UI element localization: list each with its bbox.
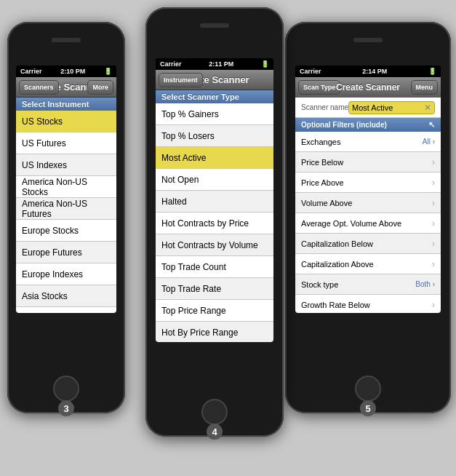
item-label: US Stocks (22, 116, 63, 127)
speaker-4 (200, 23, 229, 28)
item-label: US Indexes (22, 160, 67, 170)
phone-number-3: 3 (58, 400, 74, 416)
chevron-icon: › (432, 218, 435, 229)
scan-type-bar: Scan Type Create Scanner Menu (295, 77, 441, 98)
list-item[interactable]: US Futures (16, 132, 116, 154)
field-label: Average Opt. Volume Above (301, 219, 401, 228)
item-label: Europe Indexes (22, 269, 83, 279)
screen-3: Carrier 2:10 PM 🔋 Scanners Create Scanne… (16, 66, 116, 313)
field-label: Capitalization Below (301, 239, 373, 248)
nav-bar-3: Scanners Create Scanner More (16, 77, 116, 98)
phone-3: Carrier 2:10 PM 🔋 Scanners Create Scanne… (7, 22, 125, 413)
home-button-5[interactable] (355, 376, 381, 402)
item-label: Top % Losers (161, 131, 215, 141)
item-label: Most Active (161, 153, 206, 163)
list-item[interactable]: Top Trade Count (156, 256, 273, 278)
battery-4: 🔋 (261, 60, 269, 68)
battery-5: 🔋 (428, 68, 436, 75)
scanner-name-label: Scanner name (301, 103, 348, 111)
home-button-4[interactable] (201, 399, 228, 425)
item-label: Europe Stocks (22, 226, 79, 236)
field-label: Stock type (301, 280, 338, 289)
clear-icon[interactable]: ✕ (424, 103, 431, 113)
item-label: Top % Gainers (161, 109, 219, 119)
item-label: Hot By Price Range (161, 328, 238, 338)
item-label: Hot Contracts by Volume (161, 240, 258, 250)
filters-list: Exchanges All › Price Below › Price Abov… (295, 132, 441, 313)
phone-4: Carrier 2:11 PM 🔋 Instrument Create Scan… (145, 7, 284, 437)
item-label: Top Price Range (161, 306, 226, 316)
status-bar-4: Carrier 2:11 PM 🔋 (156, 58, 273, 70)
menu-btn[interactable]: Menu (411, 80, 439, 95)
time-4: 2:11 PM (209, 60, 233, 68)
list-item[interactable]: Halted (156, 191, 273, 213)
speaker-3 (52, 38, 81, 42)
item-label: America Non-US Futures (22, 199, 111, 219)
list-item[interactable]: Asia Stocks (16, 285, 116, 307)
field-label: Exchanges (301, 138, 340, 146)
chevron-icon: › (432, 259, 435, 269)
list-item[interactable]: Europe Futures (16, 242, 116, 263)
scanner-type-list: Top % Gainers Top % Losers Most Active N… (156, 103, 273, 342)
scanner-name-input[interactable]: Most Active ✕ (348, 101, 435, 114)
time-3: 2:10 PM (60, 68, 85, 75)
field-row[interactable]: Price Below › (295, 152, 441, 172)
list-item[interactable]: Top Trade Rate (156, 278, 273, 300)
list-item[interactable]: Top Price Range (156, 300, 273, 322)
scan-type-btn[interactable]: Scan Type (298, 80, 340, 95)
field-row[interactable]: Exchanges All › (295, 132, 441, 152)
list-item-most-active[interactable]: Most Active (156, 147, 273, 169)
field-row[interactable]: Volume Above › (295, 193, 441, 213)
list-item[interactable]: America Non-US Stocks (16, 176, 116, 198)
item-label: Top Trade Count (161, 262, 226, 272)
list-item[interactable]: Not Open (156, 169, 273, 191)
carrier-5: Carrier (300, 68, 321, 75)
list-item[interactable]: Hot Contracts by Volume (156, 234, 273, 256)
phone-5: Carrier 2:14 PM 🔋 Scan Type Create Scann… (285, 22, 451, 413)
field-row[interactable]: Price Above › (295, 172, 441, 193)
list-item[interactable]: Europe Indexes (16, 263, 116, 285)
carrier-4: Carrier (160, 60, 182, 68)
field-row[interactable]: Capitalization Below › (295, 234, 441, 254)
phone-number-5: 5 (360, 400, 376, 416)
list-item[interactable]: Hot Contracts by Price (156, 213, 273, 234)
field-label: Price Below (301, 158, 343, 167)
phones-container: Carrier 2:10 PM 🔋 Scanners Create Scanne… (0, 0, 456, 476)
chevron-icon: › (432, 178, 435, 188)
chevron-icon: › (432, 239, 435, 249)
list-item[interactable]: America Non-US Futures (16, 198, 116, 220)
chevron-icon: › (432, 300, 435, 310)
field-label: Capitalization Above (301, 260, 374, 269)
list-item[interactable]: Hot By Price Range (156, 322, 273, 342)
field-row[interactable]: Stock type Both › (295, 274, 441, 295)
time-5: 2:14 PM (362, 68, 387, 75)
list-item[interactable]: Top % Gainers (156, 103, 273, 125)
item-label: US Futures (22, 138, 66, 148)
field-label: Price Above (301, 178, 344, 187)
item-label: Halted (161, 197, 187, 207)
more-btn-3[interactable]: More (87, 80, 113, 95)
instrument-btn[interactable]: Instrument (159, 73, 203, 87)
status-bar-5: Carrier 2:14 PM 🔋 (295, 66, 441, 77)
item-label: Top Trade Rate (161, 284, 221, 294)
item-label: America Non-US Stocks (22, 177, 111, 197)
nav-title-5: Create Scanner (336, 82, 400, 92)
field-label: Volume Above (301, 199, 352, 207)
instrument-list: US Stocks US Futures US Indexes America … (16, 111, 116, 313)
list-item[interactable]: Europe Stocks (16, 220, 116, 242)
field-value-all: All › (423, 138, 435, 146)
home-button-3[interactable] (53, 376, 79, 402)
list-item[interactable]: Asia Futures (16, 307, 116, 313)
list-item[interactable]: Top % Losers (156, 125, 273, 147)
field-row[interactable]: Growth Rate Below › (295, 295, 441, 313)
item-label: Asia Futures (22, 313, 71, 314)
battery-3: 🔋 (104, 68, 112, 75)
scanners-btn[interactable]: Scanners (19, 80, 59, 95)
item-label: Asia Stocks (22, 291, 68, 301)
list-item[interactable]: US Stocks (16, 111, 116, 132)
list-item[interactable]: US Indexes (16, 154, 116, 176)
chevron-icon: › (432, 198, 435, 208)
field-row[interactable]: Average Opt. Volume Above › (295, 213, 441, 234)
screen-4: Carrier 2:11 PM 🔋 Instrument Create Scan… (156, 58, 273, 342)
field-row[interactable]: Capitalization Above › (295, 254, 441, 274)
